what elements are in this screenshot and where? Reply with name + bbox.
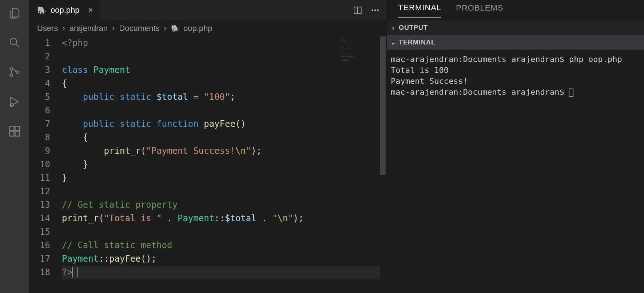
section-output[interactable]: › OUTPUT xyxy=(387,20,644,35)
chevron-right-icon: › xyxy=(112,24,115,33)
activity-bar xyxy=(0,0,29,293)
tabs-row: 🐘 oop.php × xyxy=(29,0,386,20)
breadcrumb-item[interactable]: oop.php xyxy=(183,24,212,33)
right-panel: TERMINAL PROBLEMS › OUTPUT ⌄ TERMINAL ma… xyxy=(387,0,644,293)
search-icon[interactable] xyxy=(8,36,21,49)
breadcrumb-item[interactable]: arajendran xyxy=(69,24,108,33)
split-editor-icon[interactable] xyxy=(353,5,362,15)
svg-point-0 xyxy=(10,38,17,45)
files-icon[interactable] xyxy=(8,7,21,20)
php-icon: 🐘 xyxy=(171,24,179,32)
breadcrumb-item[interactable]: Documents xyxy=(119,24,159,33)
tab-oop-php[interactable]: 🐘 oop.php × xyxy=(29,0,101,20)
breadcrumb-item[interactable]: Users xyxy=(37,24,58,33)
close-icon[interactable]: × xyxy=(88,5,93,15)
chevron-right-icon: › xyxy=(390,24,397,32)
extensions-icon[interactable] xyxy=(8,125,21,138)
tab-label: oop.php xyxy=(51,5,80,15)
svg-rect-8 xyxy=(15,126,20,131)
svg-point-11 xyxy=(374,9,376,11)
svg-point-1 xyxy=(10,67,13,70)
svg-point-10 xyxy=(371,9,373,11)
source-control-icon[interactable] xyxy=(8,66,21,79)
tab-terminal[interactable]: TERMINAL xyxy=(398,3,441,17)
scrollbar-track[interactable] xyxy=(380,36,386,293)
php-icon: 🐘 xyxy=(37,6,46,15)
section-label: TERMINAL xyxy=(399,39,436,46)
code-lines[interactable]: <?phpclass Payment{ public static $total… xyxy=(62,36,386,293)
tab-problems[interactable]: PROBLEMS xyxy=(456,3,503,17)
more-icon[interactable] xyxy=(370,5,380,15)
section-label: OUTPUT xyxy=(399,24,428,32)
editor-area: 🐘 oop.php × Users › arajendran › Documen… xyxy=(29,0,387,293)
svg-rect-6 xyxy=(10,132,14,136)
scrollbar-thumb[interactable] xyxy=(380,36,386,175)
chevron-right-icon: › xyxy=(164,24,167,33)
svg-point-3 xyxy=(16,71,19,74)
chevron-right-icon: › xyxy=(62,24,65,33)
svg-point-2 xyxy=(10,74,13,77)
line-gutter: 123456789101112131415161718 xyxy=(29,36,62,293)
run-debug-icon[interactable] xyxy=(8,95,21,108)
panel-tabs: TERMINAL PROBLEMS xyxy=(387,0,644,20)
minimap[interactable]: <?phpclass Payment{ public static $total… xyxy=(341,36,381,66)
terminal-output[interactable]: mac-arajendran:Documents arajendran$ php… xyxy=(387,50,644,293)
breadcrumbs[interactable]: Users › arajendran › Documents › 🐘 oop.p… xyxy=(29,20,386,36)
section-terminal[interactable]: ⌄ TERMINAL xyxy=(387,35,644,50)
svg-rect-7 xyxy=(15,132,20,136)
chevron-down-icon: ⌄ xyxy=(390,38,397,46)
code-editor[interactable]: 123456789101112131415161718 <?phpclass P… xyxy=(29,36,386,293)
svg-rect-5 xyxy=(10,126,14,131)
svg-point-12 xyxy=(377,9,378,11)
editor-actions xyxy=(353,0,386,20)
